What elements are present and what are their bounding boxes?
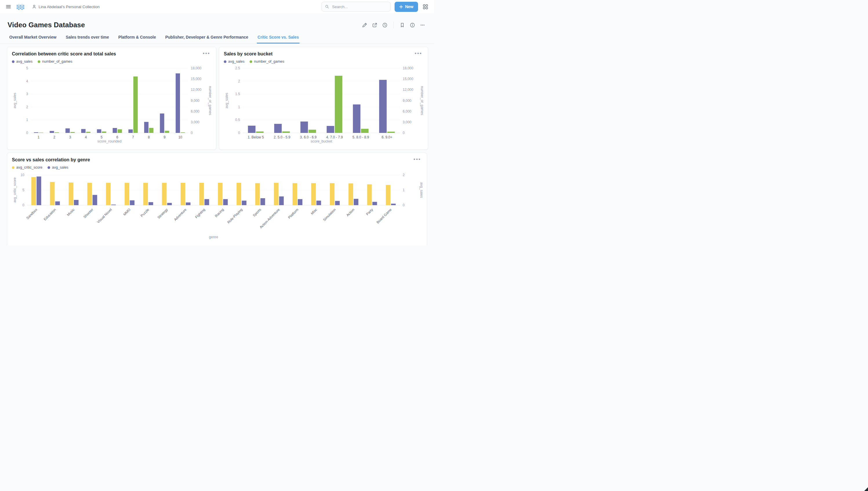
bar-number_of_games-6[interactable] <box>118 129 122 133</box>
bar-avg_critic_score-Action-Adventure[interactable] <box>274 183 279 205</box>
bar-avg_critic_score-Platform[interactable] <box>292 183 297 205</box>
bar-avg_sales-5. 8.0 - 8.9[interactable] <box>353 105 360 133</box>
bar-avg_sales-Fighting[interactable] <box>205 199 209 205</box>
bar-avg_sales-8[interactable] <box>144 122 149 133</box>
bar-avg_sales-Shooter[interactable] <box>92 195 97 205</box>
bar-avg_sales-Sports[interactable] <box>260 198 265 205</box>
bar-avg_sales-Board Game[interactable] <box>391 204 396 205</box>
bar-avg_critic_score-Action[interactable] <box>348 183 353 205</box>
bar-avg_sales-5[interactable] <box>97 129 101 133</box>
bar-avg_sales-4[interactable] <box>81 129 86 133</box>
bar-avg_critic_score-Music[interactable] <box>69 182 73 205</box>
bookmark-button[interactable] <box>398 21 406 29</box>
legend-item-avg_critic_score[interactable]: avg_critic_score <box>12 165 42 170</box>
tab-critic-score-vs-sales[interactable]: Critic Score vs. Sales <box>257 35 299 44</box>
bar-avg_sales-Action[interactable] <box>354 199 358 205</box>
new-button[interactable]: New <box>395 2 418 12</box>
bar-avg_critic_score-Sports[interactable] <box>255 183 260 205</box>
bar-avg_critic_score-Puzzle[interactable] <box>143 183 148 205</box>
bar-avg_critic_score-Role-Playing[interactable] <box>237 183 241 205</box>
bar-avg_critic_score-Board Game[interactable] <box>386 185 391 205</box>
bar-avg_sales-Role-Playing[interactable] <box>242 201 246 205</box>
bar-avg_sales-3[interactable] <box>65 128 70 133</box>
bar-number_of_games-1. Below 5[interactable] <box>256 132 264 133</box>
bar-avg_critic_score-Shooter[interactable] <box>87 183 92 205</box>
edit-dashboard-button[interactable] <box>361 21 369 29</box>
hamburger-menu-button[interactable] <box>5 3 12 10</box>
bar-chart-genre[interactable]: 0510012avg_critic_scoreavg_salesSandboxE… <box>12 171 423 240</box>
bar-avg_sales-2. 5.0 - 5.9[interactable] <box>274 124 282 133</box>
breadcrumb-collection[interactable]: Lina Abdelaal's Personal Collection <box>32 4 99 9</box>
bar-avg_sales-7[interactable] <box>128 129 133 133</box>
bar-number_of_games-10[interactable] <box>181 132 185 133</box>
bar-number_of_games-2. 5.0 - 5.9[interactable] <box>282 132 290 133</box>
history-clock-button[interactable] <box>381 21 389 29</box>
combo-chart-critic-score[interactable]: 01234503,0006,0009,00012,00015,00018,000… <box>12 65 211 145</box>
bar-avg_sales-6[interactable] <box>113 128 117 133</box>
search-input[interactable] <box>332 4 387 9</box>
bar-avg_sales-1[interactable] <box>34 132 38 133</box>
bar-avg_critic_score-Adventure[interactable] <box>181 183 185 205</box>
bar-avg_sales-9[interactable] <box>160 113 164 133</box>
metabase-logo[interactable] <box>15 1 26 12</box>
bar-avg_sales-3. 6.0 - 6.9[interactable] <box>300 122 308 133</box>
bar-avg_critic_score-Racing[interactable] <box>218 183 223 205</box>
bar-number_of_games-4. 7.0 - 7.9[interactable] <box>335 76 342 133</box>
bar-avg_critic_score-Fighting[interactable] <box>199 183 204 205</box>
bar-avg_critic_score-Strategy[interactable] <box>162 183 167 205</box>
more-options-button[interactable] <box>418 21 427 29</box>
combo-chart-score-bucket[interactable]: 00.511.522.503,0006,0009,00012,00015,000… <box>224 65 423 145</box>
info-button[interactable] <box>408 21 416 29</box>
bar-avg_critic_score-Visual Novel[interactable] <box>106 183 111 205</box>
bar-avg_sales-Education[interactable] <box>55 201 60 205</box>
apps-grid-button[interactable] <box>422 3 429 11</box>
card-menu-button[interactable]: ●●● <box>412 157 422 161</box>
bar-number_of_games-3[interactable] <box>70 132 75 133</box>
bar-avg_sales-Music[interactable] <box>74 200 79 205</box>
legend-item-avg_sales[interactable]: avg_sales <box>48 165 68 170</box>
bar-avg_sales-Platform[interactable] <box>298 199 302 205</box>
bar-number_of_games-6. 9.0+[interactable] <box>387 132 395 133</box>
legend-item-avg_sales[interactable]: avg_sales <box>12 59 32 63</box>
bar-avg_sales-Simulation[interactable] <box>335 201 340 205</box>
bar-number_of_games-5[interactable] <box>102 132 106 133</box>
bar-number_of_games-5. 8.0 - 8.9[interactable] <box>361 129 369 133</box>
bar-avg_critic_score-Misc[interactable] <box>311 183 316 205</box>
share-export-button[interactable] <box>371 21 379 29</box>
tab-overall-market-overview[interactable]: Overall Market Overview <box>9 35 57 44</box>
bar-avg_critic_score-Sandbox[interactable] <box>31 177 36 205</box>
bar-avg_critic_score-Education[interactable] <box>50 182 55 205</box>
bar-avg_sales-2[interactable] <box>50 131 54 133</box>
bar-avg_critic_score-Party[interactable] <box>367 184 372 205</box>
bar-avg_sales-6. 9.0+[interactable] <box>379 80 387 133</box>
bar-number_of_games-1[interactable] <box>39 133 43 133</box>
legend-item-avg_sales[interactable]: avg_sales <box>224 59 244 63</box>
tab-platform-console[interactable]: Platform & Console <box>118 35 157 44</box>
tab-publisher-developer-genre-performance[interactable]: Publisher, Developer & Genre Performance <box>165 35 249 44</box>
bar-avg_sales-Visual Novel[interactable] <box>111 205 116 205</box>
bar-number_of_games-9[interactable] <box>165 131 169 133</box>
bar-avg_sales-Misc[interactable] <box>316 201 321 205</box>
bar-avg_sales-1. Below 5[interactable] <box>248 126 255 133</box>
bar-number_of_games-4[interactable] <box>86 132 90 133</box>
bar-avg_sales-Action-Adventure[interactable] <box>279 197 284 205</box>
bar-avg_sales-Sandbox[interactable] <box>36 176 41 205</box>
card-menu-button[interactable]: ●●● <box>202 51 211 55</box>
card-menu-button[interactable]: ●●● <box>413 51 423 55</box>
legend-item-number_of_games[interactable]: number_of_games <box>38 59 72 63</box>
bar-number_of_games-7[interactable] <box>133 76 138 133</box>
legend-item-number_of_games[interactable]: number_of_games <box>250 59 284 63</box>
bar-number_of_games-2[interactable] <box>55 132 59 133</box>
bar-avg_sales-MMO[interactable] <box>130 200 134 205</box>
bar-avg_sales-Party[interactable] <box>372 202 377 205</box>
bar-avg_critic_score-Simulation[interactable] <box>330 183 335 205</box>
search-input-wrapper[interactable] <box>321 2 391 11</box>
bar-avg_sales-Racing[interactable] <box>223 199 228 205</box>
bar-number_of_games-8[interactable] <box>149 128 153 133</box>
bar-avg_sales-4. 7.0 - 7.9[interactable] <box>327 126 334 133</box>
bar-avg_critic_score-MMO[interactable] <box>125 183 129 205</box>
bar-avg_sales-Adventure[interactable] <box>186 203 190 205</box>
tab-sales-trends-over-time[interactable]: Sales trends over time <box>65 35 110 44</box>
bar-number_of_games-3. 6.0 - 6.9[interactable] <box>308 130 316 133</box>
bar-avg_sales-Strategy[interactable] <box>167 203 172 205</box>
